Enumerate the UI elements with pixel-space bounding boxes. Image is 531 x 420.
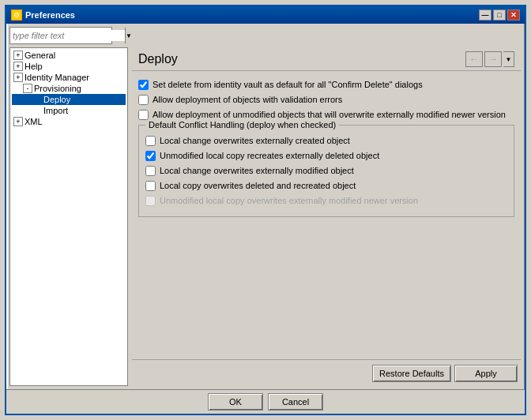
tree-label-provisioning: Provisioning xyxy=(34,84,81,93)
checkbox-unmodified-overwrite-newer xyxy=(145,196,156,206)
close-button[interactable]: ✕ xyxy=(507,9,520,21)
right-body: Set delete from identity vault as defaul… xyxy=(132,76,521,358)
nav-buttons: ← → ▼ xyxy=(465,51,514,67)
label-set-delete: Set delete from identity vault as defaul… xyxy=(153,79,423,90)
checkbox-row-allow-validation: Allow deployment of objects with validat… xyxy=(138,94,514,105)
ok-button[interactable]: OK xyxy=(208,393,263,411)
expander-provisioning[interactable]: - xyxy=(23,84,32,93)
label-unmodified-overwrite-newer: Unmodified local copy overwrites externa… xyxy=(160,195,418,206)
cancel-button[interactable]: Cancel xyxy=(268,393,323,411)
bottom-buttons: OK Cancel xyxy=(6,389,525,414)
label-local-overwrite-deleted: Local copy overwrites deleted and recrea… xyxy=(160,180,356,191)
tree-label-xml: XML xyxy=(24,117,43,126)
conflict-handling-group: Default Conflict Handling (deploy when c… xyxy=(138,125,514,217)
toolbar: ▼ xyxy=(9,27,522,44)
label-local-overwrite-created: Local change overwrites externally creat… xyxy=(160,135,350,146)
checkbox-row-unmodified-recreates: Unmodified local copy recreates external… xyxy=(145,150,507,161)
window-title: Preferences xyxy=(25,10,75,20)
checkbox-allow-overwrite[interactable] xyxy=(138,110,149,120)
tree-label-identity-manager: Identity Manager xyxy=(24,73,89,82)
preferences-window: ⚙ Preferences — □ ✕ ▼ + General xyxy=(5,5,526,415)
tree-label-deploy: Deploy xyxy=(43,95,70,104)
label-allow-validation: Allow deployment of objects with validat… xyxy=(153,94,342,105)
tree-item-help[interactable]: + Help xyxy=(12,61,126,72)
tree-label-import: Import xyxy=(43,106,68,115)
checkbox-set-delete[interactable] xyxy=(138,80,149,90)
checkbox-row-allow-overwrite: Allow deployment of unmodified objects t… xyxy=(138,109,514,120)
title-bar: ⚙ Preferences — □ ✕ xyxy=(6,6,525,24)
main-content: + General + Help + Identity Manager - Pr… xyxy=(9,47,522,386)
restore-defaults-button[interactable]: Restore Defaults xyxy=(372,365,451,382)
expander-identity-manager[interactable]: + xyxy=(13,73,23,82)
checkbox-allow-validation[interactable] xyxy=(138,95,149,105)
window-body: ▼ + General + Help + Identity M xyxy=(6,24,525,389)
expander-general[interactable]: + xyxy=(13,51,23,60)
tree-item-identity-manager[interactable]: + Identity Manager xyxy=(12,72,126,83)
nav-forward-button[interactable]: → xyxy=(484,51,502,67)
checkbox-row-set-delete: Set delete from identity vault as defaul… xyxy=(138,79,514,90)
checkbox-row-local-overwrite-deleted: Local copy overwrites deleted and recrea… xyxy=(145,180,507,191)
filter-input[interactable] xyxy=(10,30,125,41)
label-unmodified-recreates: Unmodified local copy recreates external… xyxy=(160,150,379,161)
right-panel: Deploy ← → ▼ Set delete from identity va… xyxy=(131,47,522,386)
right-header: Deploy ← → ▼ xyxy=(132,48,521,71)
minimize-button[interactable]: — xyxy=(479,9,491,21)
checkbox-row-unmodified-overwrite-newer: Unmodified local copy overwrites externa… xyxy=(145,195,507,206)
checkbox-local-overwrite-deleted[interactable] xyxy=(145,181,156,191)
tree-label-help: Help xyxy=(24,62,43,71)
tree-label-general: General xyxy=(24,51,55,60)
maximize-button[interactable]: □ xyxy=(493,9,506,21)
nav-dropdown-button[interactable]: ▼ xyxy=(503,51,514,67)
checkbox-row-local-overwrite-created: Local change overwrites externally creat… xyxy=(145,135,507,146)
tree-item-general[interactable]: + General xyxy=(12,50,126,61)
group-box-legend: Default Conflict Handling (deploy when c… xyxy=(145,120,339,129)
filter-wrapper: ▼ xyxy=(9,27,112,44)
checkbox-row-local-overwrite-modified: Local change overwrites externally modif… xyxy=(145,165,507,176)
right-footer: Restore Defaults Apply xyxy=(132,359,521,385)
checkbox-unmodified-recreates[interactable] xyxy=(145,151,156,161)
window-icon: ⚙ xyxy=(11,9,22,21)
nav-back-button[interactable]: ← xyxy=(465,51,483,67)
filter-dropdown-button[interactable]: ▼ xyxy=(125,28,132,43)
label-local-overwrite-modified: Local change overwrites externally modif… xyxy=(160,165,354,176)
apply-button[interactable]: Apply xyxy=(454,365,518,382)
right-panel-title: Deploy xyxy=(138,52,178,66)
tree-item-import[interactable]: Import xyxy=(12,105,126,116)
tree-item-deploy[interactable]: Deploy xyxy=(12,94,126,105)
tree-item-xml[interactable]: + XML xyxy=(12,116,126,127)
expander-xml[interactable]: + xyxy=(13,117,23,126)
label-allow-overwrite: Allow deployment of unmodified objects t… xyxy=(153,109,506,120)
checkbox-local-overwrite-created[interactable] xyxy=(145,136,156,146)
tree-item-provisioning[interactable]: - Provisioning xyxy=(12,83,126,94)
left-tree-panel: + General + Help + Identity Manager - Pr… xyxy=(9,47,128,386)
expander-help[interactable]: + xyxy=(13,62,23,71)
checkbox-local-overwrite-modified[interactable] xyxy=(145,166,156,176)
title-buttons: — □ ✕ xyxy=(479,9,520,21)
